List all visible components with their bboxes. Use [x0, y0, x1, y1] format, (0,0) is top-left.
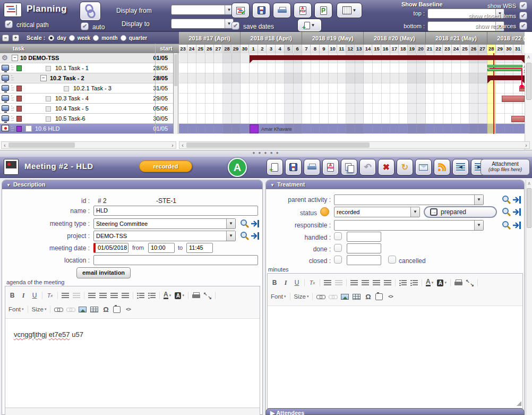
print-planning-button[interactable] [273, 3, 291, 18]
meeting-type-select[interactable]: Steering Committee ▼ [93, 218, 236, 229]
print-button[interactable] [304, 159, 320, 175]
resize-handle[interactable] [517, 401, 521, 406]
goto-detail-icon[interactable] [251, 231, 260, 241]
scale-option-label[interactable]: day [57, 35, 66, 41]
email-button[interactable] [415, 159, 432, 175]
search-icon[interactable] [240, 219, 250, 228]
search-icon[interactable] [502, 195, 511, 205]
task-label[interactable]: 10.4 Task - 5 [55, 105, 89, 112]
collapse-toggle[interactable]: − [40, 75, 47, 81]
goto-detail-icon[interactable] [251, 219, 260, 228]
image-icon[interactable] [341, 294, 349, 300]
scroll-right-icon[interactable]: › [523, 142, 529, 149]
minutes-editor-content[interactable] [268, 306, 522, 407]
auto-checkbox[interactable]: ✔ [81, 22, 89, 30]
align-left-icon[interactable] [350, 279, 358, 287]
critical-path-checkbox[interactable]: ✔ [5, 20, 13, 28]
time-to-input[interactable]: 11:45 [186, 243, 213, 253]
task-label[interactable]: 10.6 HLD [35, 125, 59, 132]
display-from-select[interactable]: ▼ [171, 5, 234, 15]
drag-handle-icon[interactable] [11, 75, 14, 82]
maximize-icon[interactable] [204, 292, 211, 299]
drag-handle-icon[interactable] [11, 115, 14, 122]
text-color-icon[interactable] [426, 279, 433, 287]
scale-radio-week[interactable] [69, 35, 75, 41]
paste-icon[interactable] [113, 306, 121, 313]
drag-handle-icon[interactable] [11, 125, 14, 132]
chevron-down-icon[interactable]: ▼ [474, 195, 483, 205]
save-button[interactable] [285, 159, 302, 175]
description-section-header[interactable]: ▼Description [2, 180, 262, 189]
chevron-down-icon[interactable]: ▼ [410, 207, 419, 217]
ordered-list-icon[interactable] [137, 292, 144, 300]
done-checkbox[interactable] [334, 244, 342, 252]
meeting-date-input[interactable]: 01/05/2018 [93, 243, 128, 253]
goto-detail-icon[interactable] [512, 221, 522, 230]
align-center-icon[interactable] [99, 292, 107, 300]
task-list-hscrollbar[interactable]: ‹ › [1, 141, 176, 149]
font-icon[interactable]: Font [8, 306, 24, 314]
task-row[interactable]: 10.2.1 Task - 331/05 [0, 83, 173, 94]
scroll-up-icon[interactable]: ∧ [525, 53, 532, 61]
search-icon[interactable] [502, 221, 511, 230]
task-row[interactable]: 10.3 Task - 429/05 [0, 94, 173, 104]
scale-option-label[interactable]: quarter [129, 35, 147, 41]
detail-scrollbar[interactable]: ∧ [526, 180, 532, 415]
name-input[interactable]: HLD [93, 206, 258, 216]
bold-icon[interactable]: B [271, 279, 278, 287]
drag-handle-icon[interactable] [11, 85, 14, 92]
done-date-input[interactable] [347, 243, 381, 253]
scale-radio-month[interactable] [93, 35, 99, 41]
indent-icon[interactable] [324, 279, 331, 287]
closed-checkbox[interactable] [334, 256, 342, 264]
handled-checkbox[interactable] [334, 232, 342, 240]
link-icon[interactable] [316, 293, 325, 301]
cancelled-checkbox[interactable] [388, 256, 396, 264]
location-input[interactable] [93, 255, 258, 265]
drag-handle-icon[interactable] [11, 95, 14, 102]
chevron-down-icon[interactable]: ▼ [474, 221, 483, 230]
align-center-icon[interactable] [362, 279, 369, 287]
responsible-select[interactable]: ▼ [334, 220, 484, 231]
subscribe-button[interactable] [434, 159, 450, 175]
unlink-icon[interactable] [329, 293, 337, 301]
pane-splitter[interactable]: ● ● ● ● ● [0, 150, 532, 157]
email-invitation-button[interactable]: email invitation [76, 267, 131, 278]
gantt-bar[interactable] [502, 96, 525, 102]
goto-detail-icon[interactable] [512, 195, 522, 205]
omega-icon[interactable] [364, 293, 372, 301]
link-icon[interactable] [54, 306, 63, 314]
italic-icon[interactable]: I [20, 292, 27, 300]
scale-radio-day[interactable] [48, 35, 54, 41]
task-row[interactable]: 10.1 Task - 128/05 [0, 63, 173, 73]
expand-all-button[interactable]: + [12, 35, 19, 41]
maximize-icon[interactable] [466, 280, 474, 286]
task-label[interactable]: 10.1 Task - 1 [55, 65, 89, 71]
save-planning-button[interactable] [252, 3, 270, 18]
refresh-button[interactable]: ↻ [397, 159, 413, 175]
collapse-all-button[interactable]: − [2, 35, 9, 41]
scroll-right-icon[interactable]: › [169, 142, 176, 149]
bullet-list-icon[interactable] [148, 292, 156, 300]
paste-icon[interactable] [375, 293, 383, 300]
task-column-header[interactable]: task [13, 45, 24, 52]
search-icon[interactable] [240, 231, 250, 241]
copy-button[interactable] [341, 159, 357, 175]
scroll-up-icon[interactable]: ∧ [526, 180, 532, 187]
font-icon[interactable]: Font [271, 293, 286, 301]
gantt-hscrollbar[interactable]: ‹ › [179, 141, 530, 149]
delete-button[interactable]: ✖ [378, 159, 394, 175]
task-label[interactable]: 10.3 Task - 4 [55, 95, 89, 101]
scrollbar-thumb[interactable] [526, 63, 531, 100]
justify-icon[interactable] [122, 292, 129, 300]
chevron-down-icon[interactable]: ▼ [226, 219, 235, 228]
task-label[interactable]: 10 DEMO-TSS [20, 55, 59, 61]
validate-planning-button[interactable]: ✔ [231, 3, 250, 18]
task-label[interactable]: 10.5 Task-6 [55, 115, 85, 122]
scale-option-label[interactable]: month [101, 35, 118, 41]
drag-handle-icon[interactable] [11, 65, 14, 72]
outdent-icon[interactable] [335, 279, 342, 287]
display-to-select[interactable]: ▼ [171, 19, 234, 29]
underline-icon[interactable]: U [31, 292, 38, 300]
task-label[interactable]: 10.2 Task - 2 [50, 75, 84, 81]
